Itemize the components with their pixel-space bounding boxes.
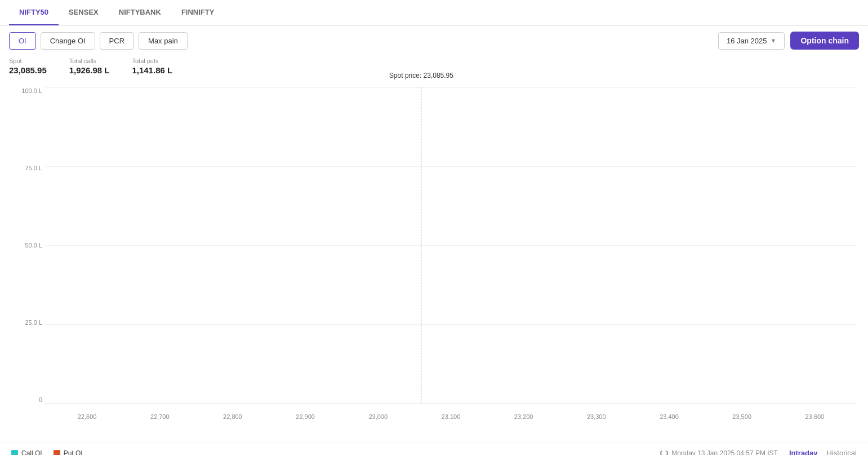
footer-actions: Intraday Historical bbox=[789, 449, 857, 455]
chart-inner: 100.0 L 75.0 L 50.0 L 25.0 L 0 bbox=[45, 87, 857, 403]
toolbar: OI Change OI PCR Max pain 16 Jan 2025 ▼ … bbox=[0, 26, 868, 55]
total-puts-label: Total puts bbox=[132, 58, 172, 64]
spot-stat: Spot 23,085.95 bbox=[9, 58, 47, 75]
x-axis-label: 23,100 bbox=[434, 413, 468, 420]
call-oi-label: Call OI bbox=[21, 449, 42, 456]
total-puts-stat: Total puts 1,141.86 L bbox=[132, 58, 172, 75]
y-label-25: 25.0 L bbox=[8, 319, 42, 326]
footer-timestamp: Monday 13 Jan 2025 04:57 PM IST bbox=[660, 449, 778, 456]
x-axis-label: 23,300 bbox=[580, 413, 613, 420]
date-value: 16 Jan 2025 bbox=[727, 37, 767, 45]
grid-line-0 bbox=[45, 403, 857, 404]
x-axis-label: 23,500 bbox=[725, 413, 759, 420]
tab-bar: NIFTY50 SENSEX NIFTYBANK FINNIFTY bbox=[0, 0, 868, 26]
total-calls-value: 1,926.98 L bbox=[69, 65, 110, 75]
x-axis-label: 23,600 bbox=[798, 413, 831, 420]
x-axis-label: 23,000 bbox=[361, 413, 395, 420]
y-axis: 100.0 L 75.0 L 50.0 L 25.0 L 0 bbox=[8, 87, 42, 403]
total-calls-label: Total calls bbox=[69, 58, 110, 64]
tab-finnifty[interactable]: FINNIFTY bbox=[171, 0, 225, 25]
app-container: NIFTY50 SENSEX NIFTYBANK FINNIFTY OI Cha… bbox=[0, 0, 868, 455]
spot-price-line: Spot price: 23,085.95 bbox=[421, 87, 421, 403]
tab-sensex[interactable]: SENSEX bbox=[59, 0, 109, 25]
footer: Call OI Put OI Monday 13 Jan 2025 04:57 … bbox=[0, 443, 868, 455]
historical-button[interactable]: Historical bbox=[827, 449, 857, 455]
legend: Call OI Put OI bbox=[11, 449, 83, 456]
oi-button[interactable]: OI bbox=[9, 32, 36, 50]
chart-container: 100.0 L 75.0 L 50.0 L 25.0 L 0 bbox=[0, 82, 868, 437]
call-oi-color bbox=[11, 450, 18, 456]
put-oi-legend: Put OI bbox=[54, 449, 83, 456]
x-axis-label: 23,400 bbox=[652, 413, 686, 420]
spot-price-label: Spot price: 23,085.95 bbox=[389, 72, 453, 79]
x-axis-label: 22,700 bbox=[143, 413, 177, 420]
tab-niftybank[interactable]: NIFTYBANK bbox=[109, 0, 171, 25]
chevron-down-icon: ▼ bbox=[771, 37, 777, 44]
bars-area bbox=[45, 87, 857, 403]
total-puts-value: 1,141.86 L bbox=[132, 65, 172, 75]
x-axis-label: 22,900 bbox=[288, 413, 322, 420]
view-toggle-group: OI Change OI PCR Max pain bbox=[9, 32, 188, 50]
put-oi-color bbox=[54, 450, 60, 456]
max-pain-button[interactable]: Max pain bbox=[139, 32, 188, 50]
x-axis: 22,60022,70022,80022,90023,00023,10023,2… bbox=[45, 413, 857, 420]
x-axis-label: 23,200 bbox=[507, 413, 541, 420]
timestamp-text: Monday 13 Jan 2025 04:57 PM IST bbox=[671, 449, 778, 456]
pcr-button[interactable]: PCR bbox=[100, 32, 134, 50]
total-calls-stat: Total calls 1,926.98 L bbox=[69, 58, 110, 75]
y-label-0: 0 bbox=[8, 396, 42, 403]
change-oi-button[interactable]: Change OI bbox=[41, 32, 95, 50]
spot-label: Spot bbox=[9, 58, 47, 64]
y-label-100: 100.0 L bbox=[8, 87, 42, 94]
call-oi-legend: Call OI bbox=[11, 449, 42, 456]
intraday-button[interactable]: Intraday bbox=[789, 449, 818, 455]
y-label-75: 75.0 L bbox=[8, 165, 42, 171]
spot-value: 23,085.95 bbox=[9, 65, 47, 75]
tab-nifty50[interactable]: NIFTY50 bbox=[9, 0, 59, 25]
date-picker[interactable]: 16 Jan 2025 ▼ bbox=[718, 32, 785, 50]
put-oi-label: Put OI bbox=[64, 449, 83, 456]
y-label-50: 50.0 L bbox=[8, 242, 42, 249]
option-chain-button[interactable]: Option chain bbox=[790, 32, 859, 50]
x-axis-label: 22,600 bbox=[70, 413, 104, 420]
refresh-icon[interactable] bbox=[660, 449, 668, 456]
x-axis-label: 22,800 bbox=[216, 413, 250, 420]
